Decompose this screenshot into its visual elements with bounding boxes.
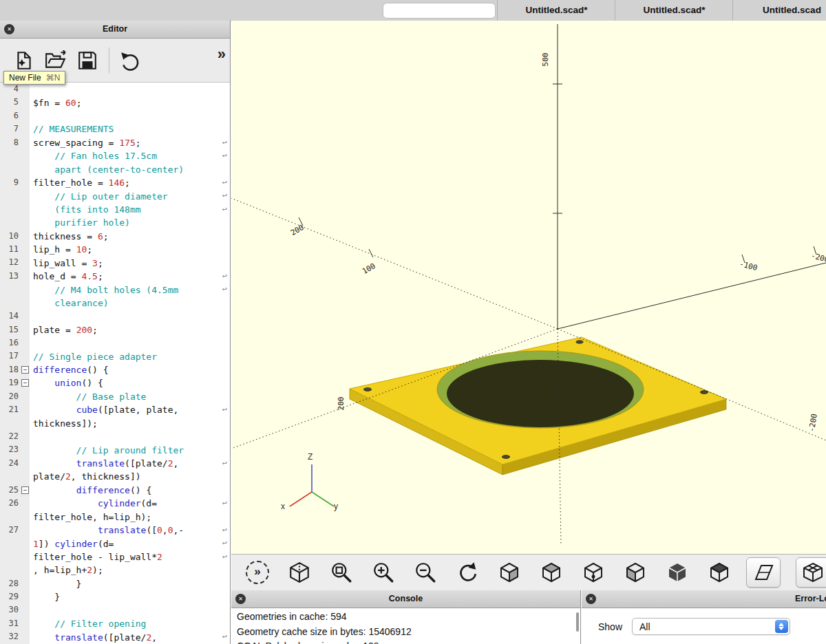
code-text[interactable]: apart (center-to-center)	[30, 164, 184, 175]
close-icon[interactable]: ✕	[586, 594, 596, 604]
code-text[interactable]: difference() {	[30, 365, 109, 375]
code-row[interactable]: 27 translate([0,0,-↩	[0, 524, 230, 537]
code-row[interactable]: 15plate = 200;	[0, 323, 230, 336]
viewport-3d[interactable]: 500200100-100-200200-200 Z x y	[231, 21, 826, 554]
code-text[interactable]: clearance)	[30, 298, 109, 308]
view-bottom-button[interactable]	[578, 559, 608, 586]
fold-marker-icon[interactable]: −	[21, 486, 29, 494]
code-row[interactable]: apart (center-to-center)	[0, 163, 230, 176]
zoom-window-button[interactable]	[326, 559, 357, 586]
code-row[interactable]: 19− union() {	[0, 376, 230, 389]
expand-toolbar-button[interactable]: »	[242, 559, 273, 586]
active-tab[interactable]	[383, 3, 496, 19]
fold-margin[interactable]: −	[21, 376, 30, 389]
code-row[interactable]: 32 translate([plate/2,↩	[0, 630, 230, 643]
code-text[interactable]: translate([0,0,-	[30, 525, 184, 535]
code-row[interactable]: 31 // Filter opening	[0, 617, 230, 630]
code-text[interactable]: translate([plate/2,	[30, 632, 157, 643]
code-text[interactable]: // Single piece adapter	[30, 352, 157, 362]
code-text[interactable]: screw_spacing = 175;	[30, 138, 141, 148]
code-text[interactable]: // Lip outer diameter	[30, 191, 168, 202]
code-row[interactable]: 24 translate([plate/2,↩	[0, 457, 230, 470]
fold-marker-icon[interactable]: −	[21, 366, 29, 374]
code-text[interactable]: filter_hole, h=lip_h);	[30, 512, 151, 522]
code-row[interactable]: 14	[0, 310, 230, 323]
view-top-button[interactable]	[536, 559, 566, 586]
fold-marker-icon[interactable]: −	[21, 379, 29, 387]
code-row[interactable]: filter_hole - lip_wall*2↩	[0, 550, 230, 564]
code-text[interactable]: $fn = 60;	[30, 98, 81, 108]
code-editor[interactable]: 45$fn = 60;67// MEASUREMENTS8screw_spaci…	[0, 83, 230, 644]
code-row[interactable]: purifier hole)	[0, 216, 230, 229]
code-text[interactable]: thickness = 6;	[30, 231, 109, 242]
code-text[interactable]: thickness]);	[30, 418, 98, 429]
code-row[interactable]: 13hole_d = 4.5;↩	[0, 270, 230, 283]
orthographic-button[interactable]	[796, 557, 826, 588]
console-output[interactable]: Geometries in cache: 594Geometry cache s…	[231, 608, 580, 644]
code-text[interactable]: cylinder(d=	[30, 498, 157, 508]
code-text[interactable]: filter_hole - lip_wall*2	[30, 552, 162, 562]
code-row[interactable]: // Fan holes 17.5cm↩	[0, 149, 230, 162]
code-row[interactable]: // M4 bolt holes (4.5mm↩	[0, 283, 230, 296]
code-row[interactable]: 21 cube([plate, plate,↩	[0, 403, 230, 416]
code-text[interactable]: plate = 200;	[30, 325, 98, 335]
code-row[interactable]: 12lip_wall = 3;	[0, 256, 230, 269]
code-row[interactable]: 28 }	[0, 577, 230, 590]
code-row[interactable]: 11lip_h = 10;	[0, 243, 230, 256]
console-scrollbar[interactable]	[576, 612, 579, 632]
code-row[interactable]: 23 // Lip around filter	[0, 443, 230, 456]
code-text[interactable]: // MEASUREMENTS	[30, 124, 114, 134]
code-row[interactable]: 7// MEASUREMENTS	[0, 122, 230, 136]
code-row[interactable]: thickness]);	[0, 417, 230, 430]
fold-margin[interactable]: −	[21, 363, 30, 376]
code-text[interactable]: plate/2, thickness])	[30, 471, 141, 482]
code-row[interactable]: 30	[0, 603, 230, 616]
view-all-button[interactable]	[284, 559, 315, 586]
undo-button[interactable]	[115, 47, 147, 74]
code-text[interactable]: purifier hole)	[30, 217, 130, 228]
code-row[interactable]: , h=lip_h+2);	[0, 564, 230, 577]
code-row[interactable]: 10thickness = 6;	[0, 230, 230, 243]
dropdown-stepper-icon[interactable]	[775, 620, 788, 633]
code-row[interactable]: 29 }	[0, 590, 230, 603]
tab-untitled-3[interactable]: Untitled.scad	[732, 0, 826, 21]
tab-untitled-2[interactable]: Untitled.scad*	[615, 0, 733, 21]
code-text[interactable]: // Lip around filter	[30, 445, 184, 455]
fold-margin[interactable]: −	[21, 484, 30, 497]
code-text[interactable]: , h=lip_h+2);	[30, 565, 103, 575]
code-text[interactable]: lip_h = 10;	[30, 244, 92, 255]
code-row[interactable]: 22	[0, 430, 230, 443]
code-text[interactable]: lip_wall = 3;	[30, 258, 103, 268]
code-text[interactable]: // Filter opening	[30, 619, 146, 629]
code-text[interactable]: // M4 bolt holes (4.5mm	[30, 285, 178, 295]
new-file-button[interactable]	[8, 47, 40, 74]
reset-view-button[interactable]	[452, 559, 483, 586]
code-row[interactable]: 9filter_hole = 146;↩	[0, 176, 230, 189]
code-text[interactable]: }	[30, 592, 60, 602]
code-row[interactable]: 20 // Base plate	[0, 390, 230, 403]
view-left-button[interactable]	[620, 559, 650, 586]
code-row[interactable]: clearance)	[0, 297, 230, 310]
view-right-button[interactable]	[494, 559, 525, 586]
code-text[interactable]: difference() {	[30, 485, 151, 495]
code-row[interactable]: 26 cylinder(d=↩	[0, 497, 230, 510]
open-file-button[interactable]	[40, 47, 72, 74]
view-back-button[interactable]	[704, 559, 734, 586]
error-filter-select[interactable]: All	[632, 618, 790, 635]
code-row[interactable]: 5$fn = 60;	[0, 96, 230, 109]
code-text[interactable]: (fits into 148mm	[30, 204, 141, 215]
code-text[interactable]: translate([plate/2,	[30, 458, 178, 469]
code-row[interactable]: filter_hole, h=lip_h);	[0, 511, 230, 524]
code-row[interactable]: // Lip outer diameter↩	[0, 189, 230, 202]
tab-untitled-1[interactable]: Untitled.scad*	[497, 0, 615, 21]
code-text[interactable]: hole_d = 4.5;	[30, 271, 103, 281]
save-button[interactable]	[72, 47, 103, 74]
code-row[interactable]: (fits into 148mm↩	[0, 203, 230, 216]
code-row[interactable]: plate/2, thickness])	[0, 470, 230, 483]
code-text[interactable]: 1]) cylinder(d=	[30, 539, 114, 549]
view-front-button[interactable]	[662, 559, 692, 586]
close-icon[interactable]: ✕	[235, 594, 246, 604]
code-text[interactable]: }	[30, 579, 81, 589]
code-row[interactable]: 8screw_spacing = 175;↩	[0, 136, 230, 149]
close-icon[interactable]: ✕	[4, 24, 14, 34]
